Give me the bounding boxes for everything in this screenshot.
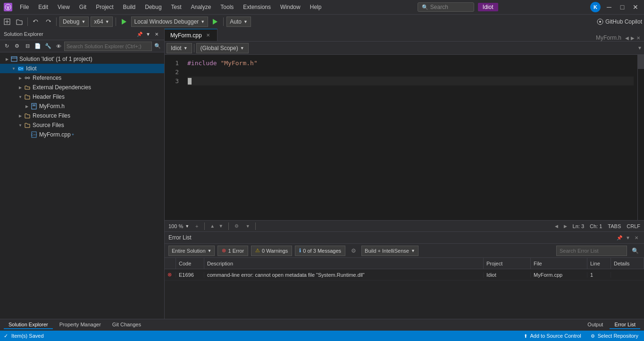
tree-item-resource-files[interactable]: ▶ Resource Files bbox=[0, 111, 164, 120]
col-header-code[interactable]: Code bbox=[176, 258, 204, 269]
properties-btn[interactable]: 🔧 bbox=[43, 42, 53, 51]
message-count-badge[interactable]: ℹ 0 of 3 Messages bbox=[295, 246, 345, 256]
error-panel-close[interactable]: ✕ bbox=[633, 234, 640, 241]
encoding-info[interactable]: CRLF bbox=[627, 223, 640, 229]
status-items-saved: ✓ Item(s) Saved bbox=[4, 333, 44, 339]
code-editor[interactable]: #include "MyForm.h" bbox=[184, 55, 637, 220]
tab-solution-explorer[interactable]: Solution Explorer bbox=[4, 321, 53, 329]
tree-item-references[interactable]: ▶ References bbox=[0, 73, 164, 83]
nav-options-btn[interactable]: ▼ bbox=[244, 222, 251, 230]
mode-dropdown[interactable]: Auto ▼ bbox=[226, 17, 251, 27]
scope-dropdown-right[interactable]: (Global Scope) ▼ bbox=[196, 43, 249, 53]
menu-git[interactable]: Git bbox=[75, 3, 90, 11]
redo-btn[interactable] bbox=[43, 17, 53, 27]
col-header-details[interactable]: Details bbox=[611, 258, 644, 269]
menu-view[interactable]: View bbox=[54, 3, 74, 11]
filter-nav-btn[interactable]: ⚙ bbox=[233, 222, 240, 230]
tab-myform-cpp-close[interactable]: ✕ bbox=[205, 32, 211, 39]
close-panel-btn[interactable]: ✕ bbox=[153, 30, 160, 38]
collapse-all-btn[interactable]: ⊟ bbox=[23, 42, 32, 51]
tab-property-manager[interactable]: Property Manager bbox=[55, 321, 106, 329]
error-panel-pin[interactable]: 📌 bbox=[616, 234, 623, 241]
add-to-source-control-btn[interactable]: ⬆ Add to Source Control bbox=[522, 333, 583, 339]
tree-item-myform-cpp[interactable]: ▶ C++ MyForm.cpp + bbox=[0, 130, 164, 139]
col-header-description[interactable]: Description bbox=[204, 258, 484, 269]
menu-tools[interactable]: Tools bbox=[217, 3, 237, 11]
close-button[interactable]: ✕ bbox=[631, 2, 640, 12]
open-file-btn[interactable] bbox=[14, 17, 25, 27]
tab-nav-left[interactable]: ◀ bbox=[625, 35, 629, 41]
error-search-input[interactable] bbox=[556, 246, 627, 256]
solution-search-input[interactable] bbox=[64, 42, 152, 51]
tab-close-right[interactable]: ✕ bbox=[636, 35, 640, 41]
tree-item-solution[interactable]: ▶ Solution 'Idiot' (1 of 1 project) bbox=[0, 54, 164, 64]
select-repository-btn[interactable]: ⚙ Select Repository bbox=[589, 333, 640, 339]
platform-dropdown[interactable]: x64 ▼ bbox=[91, 17, 112, 27]
menu-file[interactable]: File bbox=[16, 3, 33, 11]
error-panel-menu[interactable]: ▼ bbox=[624, 234, 632, 241]
scope-dropdown-left[interactable]: Idiot ▼ bbox=[167, 43, 192, 53]
tab-output[interactable]: Output bbox=[583, 321, 608, 329]
menu-test[interactable]: Test bbox=[167, 3, 185, 11]
error-search-box[interactable] bbox=[556, 246, 627, 256]
menu-help[interactable]: Help bbox=[306, 3, 326, 11]
editor-content[interactable]: 1 2 3 #include "MyForm.h" bbox=[165, 55, 644, 220]
tab-error-list[interactable]: Error List bbox=[610, 321, 640, 329]
tab-nav-right[interactable]: ▶ bbox=[631, 35, 635, 41]
debug-target-dropdown[interactable]: Local Windows Debugger ▼ bbox=[131, 17, 209, 27]
sol-options-btn[interactable]: ⚙ bbox=[12, 42, 22, 51]
tree-item-myform-h[interactable]: ▶ MyForm.h bbox=[0, 102, 164, 111]
tab-git-changes[interactable]: Git Changes bbox=[108, 321, 146, 329]
menu-build[interactable]: Build bbox=[119, 3, 140, 11]
tab-myform-cpp[interactable]: MyForm.cpp ✕ bbox=[165, 29, 217, 41]
myform-h-tab-ref[interactable]: MyForm.h bbox=[596, 34, 621, 41]
menu-debug[interactable]: Debug bbox=[141, 3, 165, 11]
nav-up-btn[interactable]: ▲ bbox=[209, 222, 216, 230]
preview-btn[interactable]: 👁 bbox=[54, 42, 63, 51]
menu-analyze[interactable]: Analyze bbox=[187, 3, 215, 11]
menu-project[interactable]: Project bbox=[92, 3, 117, 11]
new-project-btn[interactable] bbox=[2, 17, 12, 27]
warning-count-badge[interactable]: ⚠ 0 Warnings bbox=[251, 246, 292, 256]
scope-filter-dropdown[interactable]: Entire Solution ▼ bbox=[168, 246, 215, 256]
col-header-line[interactable]: Line bbox=[587, 258, 611, 269]
search-sol-btn[interactable]: 🔍 bbox=[153, 42, 162, 51]
col-header-project[interactable]: Project bbox=[484, 258, 531, 269]
tree-item-external-deps[interactable]: ▶ External Dependencies bbox=[0, 83, 164, 92]
error-count-badge[interactable]: ⊗ 1 Error bbox=[217, 246, 248, 256]
run-button[interactable] bbox=[119, 17, 129, 27]
panel-options-btn[interactable]: ▼ bbox=[144, 30, 152, 38]
build-filter-dropdown[interactable]: Build + IntelliSense ▼ bbox=[361, 246, 418, 256]
minimize-button[interactable]: ─ bbox=[604, 2, 614, 12]
pin-btn[interactable]: 📌 bbox=[136, 30, 143, 38]
code-nav-btn[interactable]: ▼ bbox=[637, 45, 642, 51]
title-bar: V File Edit View Git Project Build Debug… bbox=[0, 0, 644, 14]
tree-item-header-files[interactable]: ▼ Header Files bbox=[0, 92, 164, 102]
menu-edit[interactable]: Edit bbox=[34, 3, 52, 11]
nav-buttons: ▲ ▼ bbox=[209, 222, 225, 230]
menu-window[interactable]: Window bbox=[276, 3, 304, 11]
nav-down-btn[interactable]: ▼ bbox=[217, 222, 225, 230]
debug-config-dropdown[interactable]: Debug ▼ bbox=[59, 17, 89, 27]
col-header-icon[interactable] bbox=[165, 258, 176, 269]
sync-btn[interactable]: ↻ bbox=[2, 42, 11, 51]
github-copilot-btn[interactable]: GitHub Copilot bbox=[597, 18, 642, 25]
myform-h-label: MyForm.h bbox=[39, 103, 65, 110]
maximize-button[interactable]: □ bbox=[618, 2, 627, 12]
filter-options-btn[interactable]: ⚙ bbox=[348, 246, 359, 256]
error-search-btn[interactable]: 🔍 bbox=[630, 246, 640, 256]
col-header-file[interactable]: File bbox=[531, 258, 587, 269]
show-files-btn[interactable]: 📄 bbox=[33, 42, 42, 51]
user-avatar[interactable]: K bbox=[590, 2, 601, 12]
error-row-0[interactable]: ⊗ E1696 command-line error: cannot open … bbox=[165, 269, 644, 281]
global-search-box[interactable]: 🔍 Search bbox=[418, 2, 474, 12]
menu-extensions[interactable]: Extensions bbox=[239, 3, 275, 11]
tree-item-source-files[interactable]: ▼ Source Files bbox=[0, 120, 164, 130]
tree-item-idiot-project[interactable]: ▼ C+ Idiot bbox=[0, 64, 164, 73]
run-current-btn[interactable] bbox=[210, 17, 220, 27]
zoom-add-btn[interactable]: + bbox=[193, 222, 201, 230]
scrollbar-thumb[interactable] bbox=[638, 55, 644, 69]
editor-scrollbar[interactable] bbox=[637, 55, 644, 220]
undo-btn[interactable] bbox=[31, 17, 41, 27]
tab-info[interactable]: TABS bbox=[608, 223, 621, 229]
